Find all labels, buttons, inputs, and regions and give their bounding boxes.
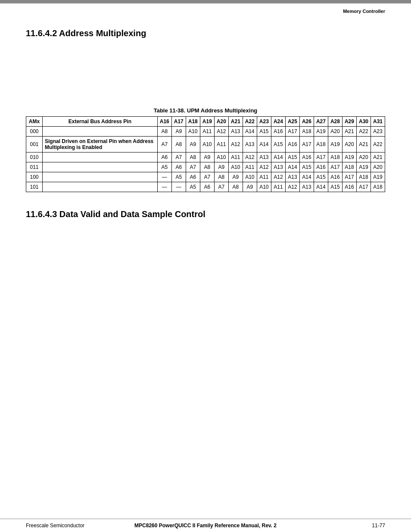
val-001-a17: A8 xyxy=(171,137,186,152)
val-100-a21: A9 xyxy=(228,172,243,182)
val-010-a28: A18 xyxy=(328,152,342,162)
val-001-a22: A13 xyxy=(243,137,257,152)
table-row: 000 A8 A9 A10 A11 A12 A13 A14 A15 A16 A1… xyxy=(26,127,385,137)
val-101-a22: A9 xyxy=(243,182,257,192)
val-001-a31: A22 xyxy=(371,137,385,152)
col-header-a17: A17 xyxy=(171,117,186,127)
val-011-a27: A16 xyxy=(314,162,328,172)
val-100-a25: A13 xyxy=(285,172,299,182)
val-100-a19: A7 xyxy=(200,172,214,182)
val-011-a19: A8 xyxy=(200,162,214,172)
val-100-a27: A15 xyxy=(314,172,328,182)
val-001-a16: A7 xyxy=(157,137,171,152)
col-header-a23: A23 xyxy=(257,117,271,127)
amx-100: 100 xyxy=(26,172,43,182)
val-001-a21: A12 xyxy=(228,137,243,152)
col-header-a26: A26 xyxy=(299,117,314,127)
val-000-a19: A11 xyxy=(200,127,214,137)
desc-001: Signal Driven on External Pin when Addre… xyxy=(43,137,158,152)
main-content: 11.6.4.2 Address Multiplexing Table 11-3… xyxy=(0,16,411,236)
val-000-a21: A13 xyxy=(228,127,243,137)
col-header-amx: AMx xyxy=(26,117,43,127)
val-000-a27: A19 xyxy=(314,127,328,137)
val-011-a17: A6 xyxy=(171,162,186,172)
val-010-a17: A7 xyxy=(171,152,186,162)
val-101-a19: A6 xyxy=(200,182,214,192)
table-row: 001 Signal Driven on External Pin when A… xyxy=(26,137,385,152)
val-000-a29: A21 xyxy=(342,127,356,137)
val-101-a16: — xyxy=(157,182,171,192)
top-bar xyxy=(0,0,411,3)
desc-100 xyxy=(43,172,158,182)
val-100-a29: A17 xyxy=(342,172,356,182)
val-100-a24: A12 xyxy=(271,172,285,182)
page-container: Memory Controller 11.6.4.2 Address Multi… xyxy=(0,0,411,532)
val-010-a16: A6 xyxy=(157,152,171,162)
val-011-a22: A11 xyxy=(243,162,257,172)
val-010-a20: A10 xyxy=(214,152,228,162)
val-010-a26: A16 xyxy=(299,152,314,162)
val-001-a28: A19 xyxy=(328,137,342,152)
val-101-a20: A7 xyxy=(214,182,228,192)
val-010-a25: A15 xyxy=(285,152,299,162)
col-header-a21: A21 xyxy=(228,117,243,127)
val-000-a30: A22 xyxy=(356,127,371,137)
val-001-a23: A14 xyxy=(257,137,271,152)
val-010-a31: A21 xyxy=(371,152,385,162)
val-011-a21: A10 xyxy=(228,162,243,172)
amx-011: 011 xyxy=(26,162,43,172)
val-011-a28: A17 xyxy=(328,162,342,172)
col-header-a24: A24 xyxy=(271,117,285,127)
val-100-a17: A5 xyxy=(171,172,186,182)
val-011-a29: A18 xyxy=(342,162,356,172)
val-100-a20: A8 xyxy=(214,172,228,182)
col-header-a31: A31 xyxy=(371,117,385,127)
val-010-a30: A20 xyxy=(356,152,371,162)
val-000-a25: A17 xyxy=(285,127,299,137)
val-001-a18: A9 xyxy=(186,137,200,152)
val-001-a25: A16 xyxy=(285,137,299,152)
val-011-a16: A5 xyxy=(157,162,171,172)
desc-010 xyxy=(43,152,158,162)
footer-left: Freescale Semiconductor xyxy=(26,523,84,529)
col-header-a25: A25 xyxy=(285,117,299,127)
val-100-a18: A6 xyxy=(186,172,200,182)
val-101-a18: A5 xyxy=(186,182,200,192)
col-header-a22: A22 xyxy=(243,117,257,127)
val-101-a21: A8 xyxy=(228,182,243,192)
val-001-a27: A18 xyxy=(314,137,328,152)
val-000-a16: A8 xyxy=(157,127,171,137)
desc-101 xyxy=(43,182,158,192)
val-001-a29: A20 xyxy=(342,137,356,152)
val-000-a22: A14 xyxy=(243,127,257,137)
val-100-a26: A14 xyxy=(299,172,314,182)
val-101-a24: A11 xyxy=(271,182,285,192)
val-100-a22: A10 xyxy=(243,172,257,182)
col-header-a29: A29 xyxy=(342,117,356,127)
val-010-a21: A11 xyxy=(228,152,243,162)
section1-heading: 11.6.4.2 Address Multiplexing xyxy=(26,28,385,38)
col-header-a27: A27 xyxy=(314,117,328,127)
amx-101: 101 xyxy=(26,182,43,192)
address-multiplexing-table: AMx External Bus Address Pin A16 A17 A18… xyxy=(26,116,385,192)
amx-001: 001 xyxy=(26,137,43,152)
table-row: 100 — A5 A6 A7 A8 A9 A10 A11 A12 A13 A14… xyxy=(26,172,385,182)
val-101-a29: A16 xyxy=(342,182,356,192)
val-100-a28: A16 xyxy=(328,172,342,182)
val-001-a26: A17 xyxy=(299,137,314,152)
val-101-a23: A10 xyxy=(257,182,271,192)
table-row: 010 A6 A7 A8 A9 A10 A11 A12 A13 A14 A15 … xyxy=(26,152,385,162)
amx-010: 010 xyxy=(26,152,43,162)
val-000-a28: A20 xyxy=(328,127,342,137)
amx-000: 000 xyxy=(26,127,43,137)
page-header: Memory Controller xyxy=(0,3,411,16)
val-000-a26: A18 xyxy=(299,127,314,137)
val-101-a25: A12 xyxy=(285,182,299,192)
val-011-a24: A13 xyxy=(271,162,285,172)
val-100-a23: A11 xyxy=(257,172,271,182)
col-header-a28: A28 xyxy=(328,117,342,127)
val-101-a28: A15 xyxy=(328,182,342,192)
val-100-a16: — xyxy=(157,172,171,182)
val-101-a27: A14 xyxy=(314,182,328,192)
col-header-a19: A19 xyxy=(200,117,214,127)
